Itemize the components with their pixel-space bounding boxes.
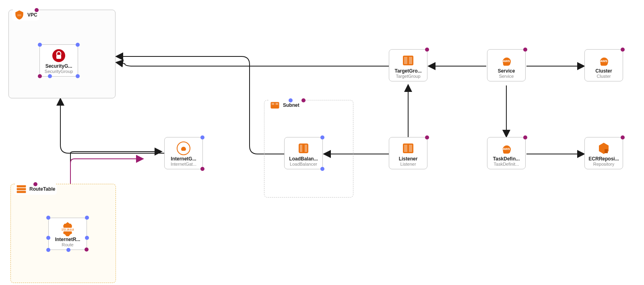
node-task-definition[interactable]: AWS TaskDefin... TaskDefinit... [487,137,526,169]
node-subtitle: SecurityGroup [41,69,76,74]
node-security-group[interactable]: SecurityG... SecurityGroup [39,44,78,77]
selection-handle[interactable] [66,248,70,252]
port-dot [523,135,527,139]
svg-rect-4 [276,103,279,105]
node-service[interactable]: AWS Service Service [487,49,526,81]
port-dot [33,182,37,186]
route-badge-text: 172.16.0.0 [62,228,74,231]
node-target-group[interactable]: TargetGro... TargetGroup [389,49,427,81]
svg-rect-13 [404,57,407,64]
port-dot [425,48,429,52]
node-title: TargetGro... [391,68,425,74]
port-dot [301,98,305,102]
svg-rect-10 [300,145,302,152]
security-group-icon [41,48,76,63]
ecr-repository-icon [586,141,621,156]
svg-rect-21 [605,149,608,153]
node-ecr-repository[interactable]: ECRReposi... Repository [584,137,623,169]
svg-rect-1 [56,55,61,59]
port-dot [425,135,429,139]
task-definition-icon: AWS [489,141,524,156]
node-subtitle: Listener [391,162,425,166]
svg-rect-14 [409,57,412,64]
node-subtitle: TaskDefinit... [489,162,524,166]
port-dot [289,98,293,102]
subnet-group-icon [269,100,281,111]
port-dot [200,167,204,171]
port-dot [621,48,625,52]
svg-rect-11 [305,145,307,152]
port-dot [200,135,204,139]
port-dot [35,8,39,12]
selection-handle[interactable] [85,216,89,220]
svg-rect-6 [17,188,26,190]
svg-rect-17 [409,145,412,152]
port-dot [48,74,52,78]
node-subtitle: Route [50,242,85,247]
node-subtitle: Repository [586,162,621,166]
edge-rt-igw [70,152,161,183]
selection-handle[interactable] [46,216,50,220]
node-subtitle: Cluster [586,74,621,79]
node-internet-gateway[interactable]: InternetG... InternetGat... [164,137,203,169]
selection-handle[interactable] [46,236,50,240]
load-balancer-icon [286,141,321,156]
svg-text:AWS: AWS [600,59,608,63]
group-subnet-label: Subnet [283,102,299,108]
node-subtitle: LoadBalancer [286,162,321,166]
node-title: Listener [391,156,425,162]
edge-igw-vpc [60,99,165,153]
port-dot [38,43,42,47]
svg-rect-7 [17,191,26,193]
svg-rect-3 [272,103,275,105]
edge-tg-sg [117,62,389,66]
internet-gateway-icon [166,141,201,156]
port-dot [85,248,89,252]
port-dot [621,135,625,139]
node-subtitle: TargetGroup [391,74,425,79]
node-title: ECRReposi... [586,156,621,162]
port-dot [320,167,324,171]
svg-text:AWS: AWS [503,147,510,151]
node-listener[interactable]: Listener Listener [389,137,427,169]
target-group-icon [391,53,425,68]
svg-rect-5 [17,185,26,187]
vpc-group-icon [14,9,25,21]
service-icon: AWS [489,53,524,68]
node-title: InternetR... [50,237,85,242]
node-title: LoadBalan... [286,156,321,162]
group-vpc-label: VPC [27,12,37,18]
group-rt-label: RouteTable [29,186,55,192]
node-internet-route[interactable]: 172.16.0.0 InternetR... Route [48,218,87,250]
node-subtitle: Service [489,74,524,79]
node-title: SecurityG... [41,63,76,69]
port-dot [38,74,42,78]
svg-rect-16 [404,145,407,152]
route-table-group-icon [16,183,27,195]
listener-icon [391,141,425,156]
route-icon: 172.16.0.0 [50,221,85,237]
cluster-icon: AWS [586,53,621,68]
node-title: Service [489,68,524,74]
node-load-balancer[interactable]: LoadBalan... LoadBalancer [284,137,323,169]
node-title: InternetG... [166,156,201,162]
node-cluster[interactable]: AWS Cluster Cluster [584,49,623,81]
selection-handle[interactable] [85,236,89,240]
port-dot [523,48,527,52]
node-title: Cluster [586,68,621,74]
diagram-canvas[interactable]: VPC SecurityG... SecurityGroup Subnet [0,0,644,285]
port-dot [76,74,80,78]
port-dot [76,43,80,47]
svg-text:AWS: AWS [503,59,510,63]
selection-handle[interactable] [46,248,50,252]
node-subtitle: InternetGat... [166,162,201,166]
port-dot [320,135,324,139]
node-title: TaskDefin... [489,156,524,162]
